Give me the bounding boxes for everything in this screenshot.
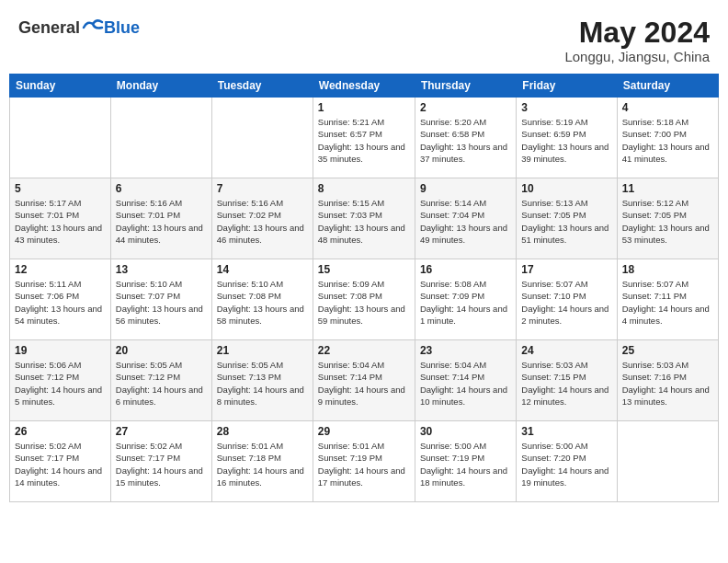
day-info: Sunrise: 5:12 AMSunset: 7:05 PMDaylight:… xyxy=(622,197,713,246)
calendar-cell: 30Sunrise: 5:00 AMSunset: 7:19 PMDayligh… xyxy=(415,421,516,502)
calendar-cell: 24Sunrise: 5:03 AMSunset: 7:15 PMDayligh… xyxy=(517,340,617,421)
day-info: Sunrise: 5:09 AMSunset: 7:08 PMDaylight:… xyxy=(318,278,410,327)
day-info: Sunrise: 5:11 AMSunset: 7:06 PMDaylight:… xyxy=(15,278,106,327)
calendar-cell: 21Sunrise: 5:05 AMSunset: 7:13 PMDayligh… xyxy=(211,340,313,421)
weekday-header-friday: Friday xyxy=(517,75,617,98)
day-info: Sunrise: 5:00 AMSunset: 7:19 PMDaylight:… xyxy=(420,440,511,488)
calendar-cell: 27Sunrise: 5:02 AMSunset: 7:17 PMDayligh… xyxy=(110,421,211,502)
weekday-header-saturday: Saturday xyxy=(617,75,718,98)
weekday-header-sunday: Sunday xyxy=(10,75,111,98)
day-number: 25 xyxy=(622,344,713,357)
calendar-cell: 12Sunrise: 5:11 AMSunset: 7:06 PMDayligh… xyxy=(10,259,111,340)
day-number: 23 xyxy=(420,344,511,357)
day-number: 6 xyxy=(116,182,207,195)
calendar-cell: 6Sunrise: 5:16 AMSunset: 7:01 PMDaylight… xyxy=(110,178,211,259)
day-info: Sunrise: 5:01 AMSunset: 7:18 PMDaylight:… xyxy=(217,440,308,488)
day-number: 19 xyxy=(15,344,106,357)
calendar-cell: 17Sunrise: 5:07 AMSunset: 7:10 PMDayligh… xyxy=(517,259,617,340)
day-info: Sunrise: 5:06 AMSunset: 7:12 PMDaylight:… xyxy=(15,359,106,408)
logo: General Blue xyxy=(18,17,140,39)
day-info: Sunrise: 5:14 AMSunset: 7:04 PMDaylight:… xyxy=(420,197,511,246)
day-number: 9 xyxy=(420,182,511,195)
day-number: 21 xyxy=(217,344,308,357)
day-info: Sunrise: 5:04 AMSunset: 7:14 PMDaylight:… xyxy=(420,359,511,408)
day-number: 2 xyxy=(420,101,511,114)
day-info: Sunrise: 5:07 AMSunset: 7:11 PMDaylight:… xyxy=(622,278,713,327)
calendar-week-2: 5Sunrise: 5:17 AMSunset: 7:01 PMDaylight… xyxy=(10,178,719,259)
day-info: Sunrise: 5:21 AMSunset: 6:57 PMDaylight:… xyxy=(318,116,410,165)
day-number: 26 xyxy=(15,425,106,438)
calendar-cell: 13Sunrise: 5:10 AMSunset: 7:07 PMDayligh… xyxy=(110,259,211,340)
day-info: Sunrise: 5:16 AMSunset: 7:01 PMDaylight:… xyxy=(116,197,207,246)
calendar-cell: 3Sunrise: 5:19 AMSunset: 6:59 PMDaylight… xyxy=(517,98,617,178)
day-info: Sunrise: 5:04 AMSunset: 7:14 PMDaylight:… xyxy=(318,359,410,408)
calendar-cell: 2Sunrise: 5:20 AMSunset: 6:58 PMDaylight… xyxy=(415,98,516,178)
calendar-cell: 23Sunrise: 5:04 AMSunset: 7:14 PMDayligh… xyxy=(415,340,516,421)
day-number: 31 xyxy=(521,425,611,438)
day-info: Sunrise: 5:02 AMSunset: 7:17 PMDaylight:… xyxy=(116,440,207,488)
day-info: Sunrise: 5:01 AMSunset: 7:19 PMDaylight:… xyxy=(318,440,410,488)
calendar-cell: 26Sunrise: 5:02 AMSunset: 7:17 PMDayligh… xyxy=(10,421,111,502)
calendar-cell: 9Sunrise: 5:14 AMSunset: 7:04 PMDaylight… xyxy=(415,178,516,259)
calendar-cell: 31Sunrise: 5:00 AMSunset: 7:20 PMDayligh… xyxy=(517,421,617,502)
day-number: 7 xyxy=(217,182,308,195)
calendar-cell: 11Sunrise: 5:12 AMSunset: 7:05 PMDayligh… xyxy=(617,178,718,259)
weekday-header-tuesday: Tuesday xyxy=(211,75,313,98)
day-info: Sunrise: 5:19 AMSunset: 6:59 PMDaylight:… xyxy=(521,116,611,165)
weekday-header-thursday: Thursday xyxy=(415,75,516,98)
day-number: 4 xyxy=(622,101,713,114)
day-number: 24 xyxy=(521,344,611,357)
title-block: May 2024 Longgu, Jiangsu, China xyxy=(564,17,710,64)
logo-general: General xyxy=(18,18,80,38)
weekday-header-row: SundayMondayTuesdayWednesdayThursdayFrid… xyxy=(10,75,719,98)
day-info: Sunrise: 5:03 AMSunset: 7:15 PMDaylight:… xyxy=(521,359,611,408)
day-number: 18 xyxy=(622,263,713,276)
day-number: 3 xyxy=(521,101,611,114)
day-info: Sunrise: 5:00 AMSunset: 7:20 PMDaylight:… xyxy=(521,440,611,488)
calendar-cell: 1Sunrise: 5:21 AMSunset: 6:57 PMDaylight… xyxy=(313,98,415,178)
day-number: 16 xyxy=(420,263,511,276)
day-info: Sunrise: 5:05 AMSunset: 7:13 PMDaylight:… xyxy=(217,359,308,408)
page-header: General Blue May 2024 Longgu, Jiangsu, C… xyxy=(9,9,719,68)
day-number: 10 xyxy=(521,182,611,195)
location-title: Longgu, Jiangsu, China xyxy=(564,49,710,64)
day-info: Sunrise: 5:16 AMSunset: 7:02 PMDaylight:… xyxy=(217,197,308,246)
day-info: Sunrise: 5:02 AMSunset: 7:17 PMDaylight:… xyxy=(15,440,106,488)
calendar-cell: 25Sunrise: 5:03 AMSunset: 7:16 PMDayligh… xyxy=(617,340,718,421)
day-info: Sunrise: 5:05 AMSunset: 7:12 PMDaylight:… xyxy=(116,359,207,408)
calendar-cell: 8Sunrise: 5:15 AMSunset: 7:03 PMDaylight… xyxy=(313,178,415,259)
day-info: Sunrise: 5:10 AMSunset: 7:08 PMDaylight:… xyxy=(217,278,308,327)
day-number: 27 xyxy=(116,425,207,438)
day-number: 28 xyxy=(217,425,308,438)
day-number: 11 xyxy=(622,182,713,195)
day-number: 13 xyxy=(116,263,207,276)
calendar-cell: 16Sunrise: 5:08 AMSunset: 7:09 PMDayligh… xyxy=(415,259,516,340)
day-number: 1 xyxy=(318,101,410,114)
calendar-week-3: 12Sunrise: 5:11 AMSunset: 7:06 PMDayligh… xyxy=(10,259,719,340)
calendar-week-5: 26Sunrise: 5:02 AMSunset: 7:17 PMDayligh… xyxy=(10,421,719,502)
calendar-cell xyxy=(211,98,313,178)
day-info: Sunrise: 5:13 AMSunset: 7:05 PMDaylight:… xyxy=(521,197,611,246)
day-info: Sunrise: 5:08 AMSunset: 7:09 PMDaylight:… xyxy=(420,278,511,327)
calendar-table: SundayMondayTuesdayWednesdayThursdayFrid… xyxy=(9,74,719,502)
calendar-week-4: 19Sunrise: 5:06 AMSunset: 7:12 PMDayligh… xyxy=(10,340,719,421)
day-number: 30 xyxy=(420,425,511,438)
day-number: 12 xyxy=(15,263,106,276)
day-number: 22 xyxy=(318,344,410,357)
calendar-cell: 22Sunrise: 5:04 AMSunset: 7:14 PMDayligh… xyxy=(313,340,415,421)
month-title: May 2024 xyxy=(564,17,710,49)
day-number: 20 xyxy=(116,344,207,357)
logo-icon xyxy=(82,17,104,39)
day-info: Sunrise: 5:18 AMSunset: 7:00 PMDaylight:… xyxy=(622,116,713,165)
calendar-cell: 5Sunrise: 5:17 AMSunset: 7:01 PMDaylight… xyxy=(10,178,111,259)
calendar-cell xyxy=(10,98,111,178)
day-info: Sunrise: 5:07 AMSunset: 7:10 PMDaylight:… xyxy=(521,278,611,327)
calendar-week-1: 1Sunrise: 5:21 AMSunset: 6:57 PMDaylight… xyxy=(10,98,719,178)
day-info: Sunrise: 5:15 AMSunset: 7:03 PMDaylight:… xyxy=(318,197,410,246)
logo-blue: Blue xyxy=(104,18,140,38)
day-number: 5 xyxy=(15,182,106,195)
day-number: 14 xyxy=(217,263,308,276)
day-number: 29 xyxy=(318,425,410,438)
day-info: Sunrise: 5:10 AMSunset: 7:07 PMDaylight:… xyxy=(116,278,207,327)
calendar-cell xyxy=(617,421,718,502)
